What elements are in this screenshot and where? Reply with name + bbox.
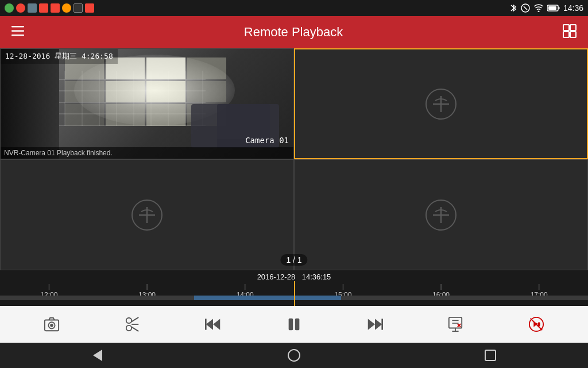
tag-button[interactable] [439,313,471,336]
tag-icon [447,316,463,332]
svg-point-2 [537,11,539,13]
app-icon-7 [74,3,83,13]
app-icon-2 [16,3,25,13]
timeline-ruler[interactable]: 12:00 13:00 14:00 15:00 16:00 17:00 [0,281,588,306]
svg-rect-4 [548,6,556,10]
bluetooth-icon [509,3,517,13]
home-button[interactable] [270,347,318,364]
svg-line-28 [131,317,138,321]
svg-marker-35 [368,319,374,329]
status-right-icons: 14:36 [509,3,583,13]
app-icon-3 [28,3,37,13]
timeline-time-text: 14:36:15 [302,273,331,281]
clip-icon [125,316,141,332]
back-button[interactable] [75,347,121,364]
camera-name-label: Camera 01 [245,136,289,145]
clip-button[interactable] [117,313,149,336]
fast-forward-icon [367,316,383,332]
timeline-datetime: 2016-12-28 14:36:15 [0,270,588,281]
signal-icon [521,3,530,13]
play-pause-button[interactable] [278,313,310,336]
svg-line-27 [131,327,138,331]
camera-timestamp: 12-28-2016 星期三 4:26:58 [1,49,118,64]
recent-icon [485,350,496,361]
svg-rect-50 [485,350,496,361]
nav-bar [0,343,588,368]
svg-marker-36 [375,319,382,329]
battery-icon [547,5,560,12]
camera-overlay: 12-28-2016 星期三 4:26:58 Camera 01 NVR-Cam… [1,49,293,159]
mute-icon [528,316,544,332]
timeline-container[interactable]: 2016-12-28 14:36:15 12:00 13:00 14:00 15… [0,270,588,306]
app-icon-5 [51,3,60,13]
playhead[interactable] [294,281,295,306]
layout-button[interactable] [558,20,581,45]
svg-rect-7 [11,30,24,32]
video-cell-1[interactable]: 12-28-2016 星期三 4:26:58 Camera 01 NVR-Cam… [0,48,294,159]
svg-rect-32 [205,319,207,329]
screenshot-icon [44,316,60,332]
recent-button[interactable] [467,347,513,363]
svg-rect-33 [289,319,293,331]
mute-button[interactable] [520,313,552,336]
timeline-data-segment [194,296,341,300]
app-icon-4 [39,3,48,13]
fast-forward-button[interactable] [359,313,391,336]
rewind-icon [205,316,221,332]
svg-rect-37 [381,319,383,329]
svg-rect-6 [11,26,24,28]
layout-icon [563,24,577,38]
svg-point-25 [126,325,131,331]
svg-marker-31 [213,319,220,329]
svg-marker-30 [206,319,213,329]
rewind-button[interactable] [197,313,229,336]
svg-rect-10 [570,25,576,30]
toolbar: Remote Playback [0,16,588,48]
bottom-controls [0,306,588,343]
video-cell-2[interactable] [294,48,588,159]
page-title: Remote Playback [29,25,558,40]
status-left-icons [5,3,94,13]
back-icon [92,349,103,362]
video-grid: 12-28-2016 星期三 4:26:58 Camera 01 NVR-Cam… [0,48,588,270]
app-icon-8 [85,3,94,13]
svg-rect-9 [563,25,569,30]
menu-button[interactable] [7,21,29,44]
hamburger-icon [11,26,24,36]
camera-status-text: NVR-Camera 01 Playback finished. [1,147,293,159]
home-icon [288,349,300,362]
svg-marker-48 [93,350,102,361]
svg-point-26 [126,318,131,323]
page-indicator: 1 / 1 [280,254,307,266]
add-camera-icon-3 [130,198,164,232]
video-cell-3[interactable] [0,159,294,270]
svg-line-1 [524,6,527,10]
add-camera-icon-2 [424,87,458,121]
svg-point-49 [288,350,300,361]
svg-rect-34 [295,319,299,331]
svg-rect-8 [11,34,24,36]
svg-rect-12 [570,32,576,37]
app-icon-1 [5,3,14,13]
video-cell-4[interactable] [294,159,588,270]
wifi-icon [533,4,544,12]
pause-icon [286,316,302,332]
svg-rect-5 [558,7,559,9]
screenshot-button[interactable] [36,313,68,336]
timeline-date-text: 2016-12-28 [257,273,296,281]
svg-line-47 [530,319,542,331]
svg-rect-11 [563,32,569,37]
status-bar: 14:36 [0,0,588,16]
svg-point-24 [50,324,53,327]
app-icon-6 [62,3,71,13]
clock: 14:36 [563,3,583,13]
add-camera-icon-4 [424,198,458,232]
